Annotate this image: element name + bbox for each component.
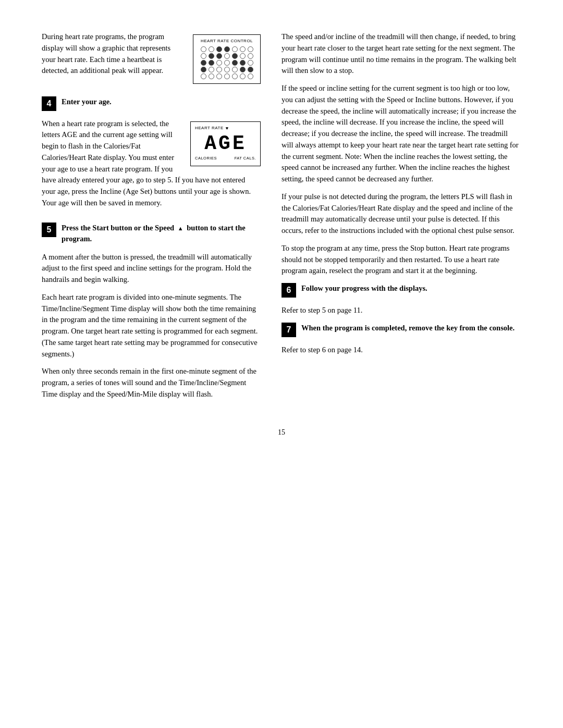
dot (232, 53, 238, 59)
dot (224, 73, 230, 79)
hrc-dots-row-5 (198, 73, 256, 79)
dot (248, 60, 253, 66)
step-5-header: 5 Press the Start button or the Speed ▲ … (42, 223, 261, 244)
dot (209, 53, 214, 59)
dot (240, 73, 246, 79)
step-5-up-arrow: ▲ (176, 225, 185, 231)
step-7-paragraph: Refer to step 6 on page 14. (282, 344, 521, 356)
dot (209, 67, 214, 72)
age-display-graphic: HEART RATE ♥ AGE CALORIES FAT CALS. (190, 121, 261, 166)
dot (209, 60, 214, 66)
dot (240, 53, 246, 59)
age-display-text: AGE (195, 134, 256, 154)
two-column-layout: HEART RATE CONTROL (42, 31, 521, 406)
intro-section: HEART RATE CONTROL (42, 31, 261, 89)
dot (224, 67, 230, 72)
hrc-dots-row-3 (198, 60, 256, 66)
fat-cals-label: FAT CALS. (235, 156, 256, 162)
step-6-paragraph: Refer to step 5 on page 11. (282, 305, 521, 316)
dot (201, 67, 206, 72)
dot (216, 73, 222, 79)
dot (224, 53, 230, 59)
hrc-title: HEART RATE CONTROL (198, 38, 256, 44)
dot (224, 60, 230, 66)
step-5-title: Press the Start button or the Speed ▲ bu… (62, 223, 261, 244)
hrc-dots-row-2 (198, 53, 256, 59)
dot (209, 73, 214, 79)
right-para-1: The speed and/or incline of the treadmil… (282, 31, 521, 77)
dot (232, 67, 238, 72)
dot (216, 53, 222, 59)
dot (201, 53, 206, 59)
right-para-3: If your pulse is not detected during the… (282, 191, 521, 237)
dot (201, 73, 206, 79)
dot (248, 67, 253, 72)
dot (224, 46, 230, 52)
age-display-top-label: HEART RATE ♥ (195, 125, 256, 132)
heart-rate-control-graphic: HEART RATE CONTROL (193, 34, 261, 84)
dot (232, 73, 238, 79)
dot (232, 46, 238, 52)
page: HEART RATE CONTROL (0, 0, 563, 728)
page-number: 15 (42, 427, 521, 438)
step-7-number: 7 (282, 323, 296, 337)
dot (248, 73, 253, 79)
dot (216, 60, 222, 66)
dot (240, 46, 246, 52)
dot (216, 67, 222, 72)
step-5-title-text: Press the Start button or the Speed (62, 224, 174, 232)
hrc-dots-row-4 (198, 67, 256, 72)
step-5-paragraph-2: Each heart rate program is divided into … (42, 292, 261, 360)
right-column: The speed and/or incline of the treadmil… (282, 31, 521, 406)
step-7-header: 7 When the program is completed, remove … (282, 323, 521, 337)
step-5-paragraph-1: A moment after the button is pressed, th… (42, 252, 261, 286)
age-display-bottom-labels: CALORIES FAT CALS. (195, 156, 256, 162)
step-5-paragraph-3: When only three seconds remain in the fi… (42, 366, 261, 400)
heart-rate-label: HEART RATE (195, 125, 224, 131)
step-6-number: 6 (282, 283, 296, 298)
right-para-2: If the speed or incline setting for the … (282, 83, 521, 185)
dot (240, 67, 246, 72)
step-7-title: When the program is completed, remove th… (301, 323, 515, 334)
step-4-header: 4 Enter your age. (42, 96, 261, 111)
step-5-number: 5 (42, 223, 56, 237)
hrc-dots-row-1 (198, 46, 256, 52)
dot (240, 60, 246, 66)
dot (248, 46, 253, 52)
step-4-number: 4 (42, 96, 56, 111)
dot (201, 46, 206, 52)
dot (232, 60, 238, 66)
step-6-header: 6 Follow your progress with the displays… (282, 283, 521, 298)
calories-label: CALORIES (195, 156, 217, 162)
step-6-title: Follow your progress with the displays. (301, 283, 427, 294)
dot (209, 46, 214, 52)
dot (201, 60, 206, 66)
step-4-content: HEART RATE ♥ AGE CALORIES FAT CALS. When… (42, 118, 261, 215)
heart-icon: ♥ (226, 125, 229, 132)
right-para-4: To stop the program at any time, press t… (282, 243, 521, 277)
left-column: HEART RATE CONTROL (42, 31, 261, 406)
dot (248, 53, 253, 59)
step-4-title: Enter your age. (62, 96, 112, 107)
dot (216, 46, 222, 52)
